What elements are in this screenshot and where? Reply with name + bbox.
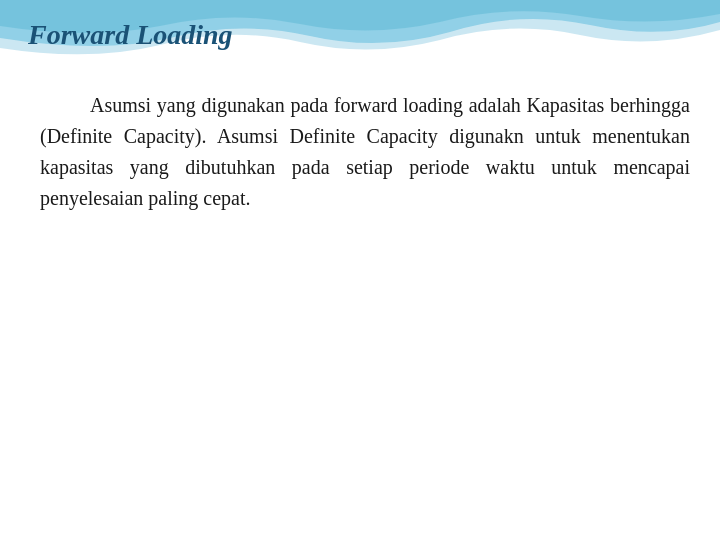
body-paragraph: Asumsi yang digunakan pada forward loadi…: [40, 90, 690, 214]
indent-space: [40, 90, 90, 121]
body-text-content: Asumsi yang digunakan pada forward loadi…: [40, 94, 690, 209]
slide-title: Forward Loading: [28, 18, 233, 52]
content-area: Asumsi yang digunakan pada forward loadi…: [40, 90, 690, 510]
title-area: Forward Loading: [28, 18, 233, 52]
slide-container: Forward Loading Asumsi yang digunakan pa…: [0, 0, 720, 540]
